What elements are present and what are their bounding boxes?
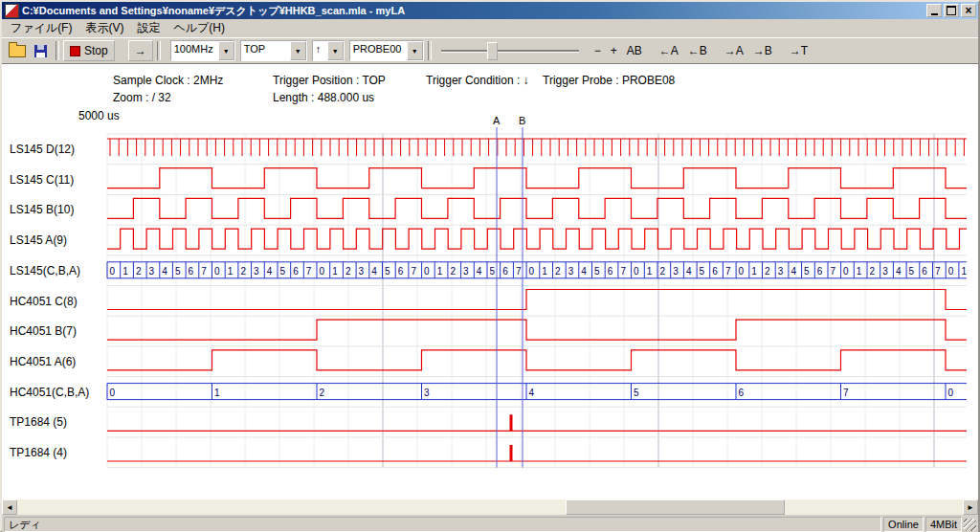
scrollbar-thumb[interactable] xyxy=(566,499,785,515)
wave-channel-0 xyxy=(107,139,967,156)
trigger-position-dropdown-icon[interactable]: ▼ xyxy=(290,41,306,60)
zoom-slider-track xyxy=(441,50,579,53)
svg-text:0: 0 xyxy=(634,266,639,277)
svg-text:1: 1 xyxy=(647,266,653,277)
svg-text:0: 0 xyxy=(948,388,954,398)
svg-text:1: 1 xyxy=(214,388,220,398)
svg-text:5: 5 xyxy=(634,388,639,398)
clock-select[interactable]: 100MHz ▼ xyxy=(170,40,235,61)
wave-channel-1 xyxy=(107,168,967,188)
zoom-in-button[interactable]: + xyxy=(607,40,621,61)
wave-channel-10 xyxy=(107,445,967,461)
trigger-position-select[interactable]: TOP ▼ xyxy=(240,40,307,61)
svg-text:0: 0 xyxy=(529,266,535,277)
wave-channel-8: 012345670 xyxy=(107,384,967,400)
wave-channel-5 xyxy=(107,290,967,310)
scroll-left-button[interactable]: ◄ xyxy=(2,499,17,515)
svg-text:0: 0 xyxy=(320,266,325,277)
svg-text:6: 6 xyxy=(398,266,404,277)
svg-text:5: 5 xyxy=(804,266,810,277)
svg-text:7: 7 xyxy=(411,266,416,277)
resize-grip[interactable] xyxy=(964,519,976,531)
scrollbar-track[interactable] xyxy=(17,499,963,515)
stop-button[interactable]: Stop xyxy=(63,40,115,61)
clock-dropdown-icon[interactable]: ▼ xyxy=(218,41,234,60)
app-icon xyxy=(5,4,19,18)
svg-text:3: 3 xyxy=(882,266,888,277)
svg-text:7: 7 xyxy=(935,266,941,277)
svg-text:4: 4 xyxy=(371,266,377,277)
maximize-button[interactable] xyxy=(944,4,959,17)
svg-text:4: 4 xyxy=(477,266,482,277)
toolbar: Stop → 100MHz ▼ TOP ▼ ↑ ▼ PROBE00 ▼ − + … xyxy=(2,37,978,63)
svg-text:5: 5 xyxy=(385,266,390,277)
svg-text:4: 4 xyxy=(896,266,902,277)
titlebar: C:¥Documents and Settings¥noname¥デスクトップ¥… xyxy=(2,2,978,19)
status-online: Online xyxy=(883,517,924,532)
save-button[interactable] xyxy=(29,40,52,61)
window-title: C:¥Documents and Settings¥noname¥デスクトップ¥… xyxy=(22,4,924,18)
svg-text:2: 2 xyxy=(345,266,351,277)
stop-label: Stop xyxy=(84,44,108,57)
menu-view[interactable]: 表示(V) xyxy=(78,19,130,37)
trigger-probe-select[interactable]: PROBE00 ▼ xyxy=(349,40,424,61)
svg-text:7: 7 xyxy=(831,266,836,277)
wave-channel-7 xyxy=(107,350,967,370)
svg-text:0: 0 xyxy=(110,266,116,277)
svg-text:3: 3 xyxy=(424,388,430,398)
status-ready: レディ xyxy=(4,517,881,532)
move-a-left-button[interactable]: ←A xyxy=(656,40,682,61)
svg-text:2: 2 xyxy=(450,266,456,277)
svg-text:2: 2 xyxy=(136,266,142,277)
move-a-right-button[interactable]: →A xyxy=(721,40,747,61)
menubar: ファイル(F) 表示(V) 設定 ヘルプ(H) xyxy=(2,19,978,37)
toolbar-separator xyxy=(56,41,59,60)
svg-text:6: 6 xyxy=(502,266,508,277)
minimize-button[interactable] xyxy=(926,4,942,17)
move-b-left-button[interactable]: ←B xyxy=(684,40,711,61)
horizontal-scrollbar[interactable]: ◄ ► xyxy=(2,499,978,515)
waveform-plot: 0123456701234567012345670123456701234567… xyxy=(2,64,978,499)
trigger-edge-dropdown-icon[interactable]: ▼ xyxy=(327,41,344,60)
wave-channel-2 xyxy=(107,198,967,218)
svg-text:6: 6 xyxy=(712,266,718,277)
waveform-client: Sample Clock : 2MHz Trigger Position : T… xyxy=(2,63,978,499)
svg-text:6: 6 xyxy=(608,266,613,277)
grid xyxy=(107,134,967,468)
ab-range-button[interactable]: AB xyxy=(623,40,646,61)
zoom-slider[interactable] xyxy=(439,40,581,61)
open-button[interactable] xyxy=(6,40,29,61)
svg-text:B: B xyxy=(519,115,525,126)
move-b-right-button[interactable]: →B xyxy=(749,40,776,61)
scroll-right-button[interactable]: ► xyxy=(963,499,978,515)
svg-text:7: 7 xyxy=(201,266,207,277)
goto-trigger-button[interactable]: →T xyxy=(786,40,812,61)
stop-icon xyxy=(70,46,80,56)
svg-text:6: 6 xyxy=(739,388,745,398)
svg-text:2: 2 xyxy=(660,266,666,277)
svg-text:A: A xyxy=(493,115,501,126)
svg-text:2: 2 xyxy=(555,266,561,277)
svg-text:5: 5 xyxy=(490,266,496,277)
svg-text:7: 7 xyxy=(843,388,849,398)
zoom-out-button[interactable]: − xyxy=(590,40,605,61)
zoom-slider-thumb[interactable] xyxy=(487,42,498,60)
svg-text:4: 4 xyxy=(686,266,692,277)
svg-text:1: 1 xyxy=(122,266,128,277)
menu-help[interactable]: ヘルプ(H) xyxy=(167,19,232,37)
close-button[interactable]: × xyxy=(961,4,976,17)
run-button[interactable]: → xyxy=(128,40,153,61)
svg-text:0: 0 xyxy=(110,388,116,398)
menu-settings[interactable]: 設定 xyxy=(130,19,167,37)
toolbar-separator xyxy=(428,41,432,60)
menu-file[interactable]: ファイル(F) xyxy=(4,19,78,37)
wave-channel-9 xyxy=(107,414,967,431)
svg-text:7: 7 xyxy=(725,266,731,277)
svg-text:0: 0 xyxy=(739,266,745,277)
svg-text:4: 4 xyxy=(581,266,587,277)
trigger-edge-value: ↑ xyxy=(313,41,324,60)
trigger-probe-dropdown-icon[interactable]: ▼ xyxy=(407,41,423,60)
trigger-edge-select[interactable]: ↑ ▼ xyxy=(312,40,345,61)
close-icon: × xyxy=(965,6,971,15)
svg-text:1: 1 xyxy=(542,266,547,277)
